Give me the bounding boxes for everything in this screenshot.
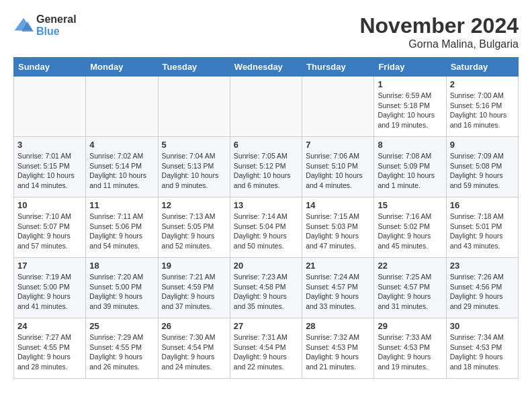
day-info: Sunrise: 7:10 AM Sunset: 5:07 PM Dayligh… xyxy=(17,212,82,251)
calendar-cell: 27Sunrise: 7:31 AM Sunset: 4:54 PM Dayli… xyxy=(230,318,302,379)
day-info: Sunrise: 7:24 AM Sunset: 4:57 PM Dayligh… xyxy=(306,272,370,312)
day-info: Sunrise: 7:30 AM Sunset: 4:54 PM Dayligh… xyxy=(162,332,226,372)
day-info: Sunrise: 7:16 AM Sunset: 5:02 PM Dayligh… xyxy=(378,212,442,251)
day-number: 21 xyxy=(306,261,370,271)
calendar-cell: 28Sunrise: 7:32 AM Sunset: 4:53 PM Dayli… xyxy=(302,318,374,379)
calendar-cell: 1Sunrise: 6:59 AM Sunset: 5:18 PM Daylig… xyxy=(374,77,446,137)
day-info: Sunrise: 7:09 AM Sunset: 5:08 PM Dayligh… xyxy=(450,151,515,191)
page-header: General Blue November 2024 Gorna Malina,… xyxy=(13,13,519,50)
day-number: 7 xyxy=(306,140,370,150)
calendar-cell: 24Sunrise: 7:27 AM Sunset: 4:55 PM Dayli… xyxy=(14,318,86,379)
day-info: Sunrise: 7:15 AM Sunset: 5:03 PM Dayligh… xyxy=(306,212,370,251)
calendar-cell: 2Sunrise: 7:00 AM Sunset: 5:16 PM Daylig… xyxy=(446,77,518,137)
calendar-cell xyxy=(158,77,230,137)
day-info: Sunrise: 7:33 AM Sunset: 4:53 PM Dayligh… xyxy=(378,332,442,372)
day-info: Sunrise: 7:21 AM Sunset: 4:59 PM Dayligh… xyxy=(162,272,226,312)
logo-blue: Blue xyxy=(36,26,77,38)
day-number: 4 xyxy=(89,140,154,150)
weekday-header-thursday: Thursday xyxy=(302,58,374,77)
day-info: Sunrise: 7:11 AM Sunset: 5:06 PM Dayligh… xyxy=(89,212,154,251)
week-row-2: 3Sunrise: 7:01 AM Sunset: 5:15 PM Daylig… xyxy=(14,137,519,197)
weekday-header-sunday: Sunday xyxy=(14,58,86,77)
day-number: 30 xyxy=(450,321,515,331)
day-number: 10 xyxy=(17,200,82,210)
calendar-cell: 21Sunrise: 7:24 AM Sunset: 4:57 PM Dayli… xyxy=(302,258,374,318)
day-number: 3 xyxy=(17,140,82,150)
day-info: Sunrise: 7:02 AM Sunset: 5:14 PM Dayligh… xyxy=(89,151,154,191)
calendar-cell xyxy=(302,77,374,137)
day-info: Sunrise: 7:32 AM Sunset: 4:53 PM Dayligh… xyxy=(306,332,370,372)
day-info: Sunrise: 7:14 AM Sunset: 5:04 PM Dayligh… xyxy=(234,212,298,251)
day-number: 25 xyxy=(89,321,154,331)
day-number: 22 xyxy=(378,261,442,271)
day-info: Sunrise: 7:13 AM Sunset: 5:05 PM Dayligh… xyxy=(162,212,226,251)
logo: General Blue xyxy=(13,13,77,37)
day-number: 8 xyxy=(378,140,442,150)
calendar-cell: 8Sunrise: 7:08 AM Sunset: 5:09 PM Daylig… xyxy=(374,137,446,197)
weekday-header-wednesday: Wednesday xyxy=(230,58,302,77)
calendar-cell: 7Sunrise: 7:06 AM Sunset: 5:10 PM Daylig… xyxy=(302,137,374,197)
calendar-cell: 14Sunrise: 7:15 AM Sunset: 5:03 PM Dayli… xyxy=(302,197,374,258)
day-info: Sunrise: 7:20 AM Sunset: 5:00 PM Dayligh… xyxy=(89,272,154,312)
day-number: 23 xyxy=(450,261,515,271)
day-number: 26 xyxy=(162,321,226,331)
day-number: 2 xyxy=(450,79,515,89)
day-number: 18 xyxy=(89,261,154,271)
calendar-cell: 9Sunrise: 7:09 AM Sunset: 5:08 PM Daylig… xyxy=(446,137,518,197)
calendar-cell: 6Sunrise: 7:05 AM Sunset: 5:12 PM Daylig… xyxy=(230,137,302,197)
day-info: Sunrise: 7:27 AM Sunset: 4:55 PM Dayligh… xyxy=(17,332,82,372)
day-number: 5 xyxy=(162,140,226,150)
weekday-header-monday: Monday xyxy=(86,58,158,77)
calendar-cell: 30Sunrise: 7:34 AM Sunset: 4:53 PM Dayli… xyxy=(446,318,518,379)
day-number: 12 xyxy=(162,200,226,210)
title-block: November 2024 Gorna Malina, Bulgaria xyxy=(359,13,519,50)
calendar-cell xyxy=(86,77,158,137)
calendar-cell: 26Sunrise: 7:30 AM Sunset: 4:54 PM Dayli… xyxy=(158,318,230,379)
day-number: 16 xyxy=(450,200,515,210)
day-number: 15 xyxy=(378,200,442,210)
calendar-cell: 23Sunrise: 7:26 AM Sunset: 4:56 PM Dayli… xyxy=(446,258,518,318)
weekday-header-friday: Friday xyxy=(374,58,446,77)
day-info: Sunrise: 7:00 AM Sunset: 5:16 PM Dayligh… xyxy=(450,91,515,130)
day-number: 11 xyxy=(89,200,154,210)
calendar-cell: 17Sunrise: 7:19 AM Sunset: 5:00 PM Dayli… xyxy=(14,258,86,318)
calendar-cell: 18Sunrise: 7:20 AM Sunset: 5:00 PM Dayli… xyxy=(86,258,158,318)
calendar-cell: 4Sunrise: 7:02 AM Sunset: 5:14 PM Daylig… xyxy=(86,137,158,197)
calendar-cell: 3Sunrise: 7:01 AM Sunset: 5:15 PM Daylig… xyxy=(14,137,86,197)
calendar-cell xyxy=(230,77,302,137)
week-row-3: 10Sunrise: 7:10 AM Sunset: 5:07 PM Dayli… xyxy=(14,197,519,258)
day-number: 6 xyxy=(234,140,298,150)
day-info: Sunrise: 7:25 AM Sunset: 4:57 PM Dayligh… xyxy=(378,272,442,312)
logo-icon xyxy=(13,15,34,36)
calendar-cell: 10Sunrise: 7:10 AM Sunset: 5:07 PM Dayli… xyxy=(14,197,86,258)
calendar-cell: 16Sunrise: 7:18 AM Sunset: 5:01 PM Dayli… xyxy=(446,197,518,258)
day-number: 17 xyxy=(17,261,82,271)
weekday-header-tuesday: Tuesday xyxy=(158,58,230,77)
day-info: Sunrise: 7:23 AM Sunset: 4:58 PM Dayligh… xyxy=(234,272,298,312)
day-info: Sunrise: 7:05 AM Sunset: 5:12 PM Dayligh… xyxy=(234,151,298,191)
calendar-cell xyxy=(14,77,86,137)
calendar-cell: 13Sunrise: 7:14 AM Sunset: 5:04 PM Dayli… xyxy=(230,197,302,258)
calendar-table: SundayMondayTuesdayWednesdayThursdayFrid… xyxy=(13,57,519,379)
week-row-1: 1Sunrise: 6:59 AM Sunset: 5:18 PM Daylig… xyxy=(14,77,519,137)
week-row-4: 17Sunrise: 7:19 AM Sunset: 5:00 PM Dayli… xyxy=(14,258,519,318)
day-info: Sunrise: 7:18 AM Sunset: 5:01 PM Dayligh… xyxy=(450,212,515,251)
calendar-cell: 12Sunrise: 7:13 AM Sunset: 5:05 PM Dayli… xyxy=(158,197,230,258)
day-info: Sunrise: 7:34 AM Sunset: 4:53 PM Dayligh… xyxy=(450,332,515,372)
day-number: 28 xyxy=(306,321,370,331)
day-number: 14 xyxy=(306,200,370,210)
logo-general: General xyxy=(36,13,77,26)
day-info: Sunrise: 7:04 AM Sunset: 5:13 PM Dayligh… xyxy=(162,151,226,191)
day-number: 19 xyxy=(162,261,226,271)
calendar-cell: 11Sunrise: 7:11 AM Sunset: 5:06 PM Dayli… xyxy=(86,197,158,258)
day-info: Sunrise: 7:19 AM Sunset: 5:00 PM Dayligh… xyxy=(17,272,82,312)
calendar-cell: 20Sunrise: 7:23 AM Sunset: 4:58 PM Dayli… xyxy=(230,258,302,318)
calendar-cell: 19Sunrise: 7:21 AM Sunset: 4:59 PM Dayli… xyxy=(158,258,230,318)
day-number: 13 xyxy=(234,200,298,210)
location: Gorna Malina, Bulgaria xyxy=(359,38,519,50)
day-number: 27 xyxy=(234,321,298,331)
day-info: Sunrise: 7:01 AM Sunset: 5:15 PM Dayligh… xyxy=(17,151,82,191)
month-title: November 2024 xyxy=(359,13,519,38)
weekday-header-row: SundayMondayTuesdayWednesdayThursdayFrid… xyxy=(14,58,519,77)
calendar-cell: 25Sunrise: 7:29 AM Sunset: 4:55 PM Dayli… xyxy=(86,318,158,379)
